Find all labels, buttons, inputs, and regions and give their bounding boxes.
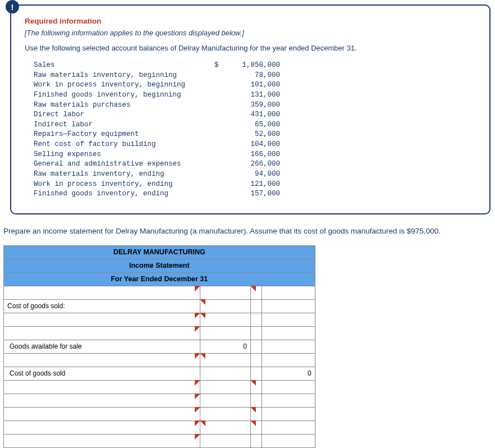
- cell-cur: [251, 326, 262, 340]
- account-label: Indirect labor: [34, 121, 213, 130]
- cell-cur: [251, 340, 262, 353]
- instruction-text: Use the following selected account balan…: [25, 44, 476, 52]
- cell-amt[interactable]: [262, 326, 315, 340]
- account-row: Repairs—Factory equipment52,000: [34, 130, 280, 139]
- account-row: Raw materials inventory, beginning78,000: [34, 71, 280, 80]
- account-value: 166,000: [224, 150, 280, 159]
- account-label: Raw materials inventory, ending: [34, 170, 213, 179]
- cell-cur: [251, 394, 262, 407]
- cell-cur: [251, 313, 262, 326]
- account-symbol: [214, 91, 223, 100]
- cell-cur: [251, 434, 262, 447]
- account-symbol: [214, 121, 223, 130]
- account-label: Work in process inventory, beginning: [34, 81, 213, 90]
- account-row: Indirect labor65,000: [34, 121, 280, 130]
- account-label: Raw materials inventory, beginning: [34, 71, 213, 80]
- cell-cur: [251, 380, 262, 394]
- account-symbol: [214, 160, 223, 169]
- account-row: Direct labor431,000: [34, 111, 280, 120]
- row-select[interactable]: [4, 380, 200, 394]
- required-heading: Required information: [25, 17, 476, 25]
- account-label: Selling expenses: [34, 150, 213, 159]
- account-value: 121,000: [224, 180, 280, 189]
- account-value: 431,000: [224, 111, 280, 120]
- account-balances-table: Sales$ 1,850,000Raw materials inventory,…: [33, 60, 281, 200]
- row-select[interactable]: [4, 434, 200, 447]
- account-symbol: [214, 111, 223, 120]
- cell-amt[interactable]: [262, 353, 315, 367]
- account-label: Work in process inventory, ending: [34, 180, 213, 189]
- income-statement-table: DELRAY MANUFACTURING Income Statement Fo…: [3, 245, 315, 448]
- account-row: General and administrative expenses266,0…: [34, 160, 280, 169]
- account-value: 78,000: [224, 71, 280, 80]
- account-value: 52,000: [224, 130, 280, 139]
- row-select[interactable]: [4, 313, 200, 326]
- account-symbol: [214, 140, 223, 149]
- cogs-line-value: 0: [262, 367, 315, 380]
- account-symbol: [214, 81, 223, 90]
- account-value: 131,000: [224, 91, 280, 100]
- account-row: Finished goods inventory, ending157,000: [34, 190, 280, 199]
- stmt-header-title: Income Statement: [4, 259, 315, 272]
- cell-blank[interactable]: [200, 380, 251, 394]
- row-select[interactable]: [4, 407, 200, 420]
- account-label: Sales: [34, 61, 213, 70]
- row-select[interactable]: [4, 420, 200, 434]
- cell-cur: [251, 299, 262, 313]
- info-icon: !: [6, 0, 19, 13]
- cell-amt[interactable]: [200, 434, 251, 447]
- cell-amt[interactable]: [200, 299, 251, 313]
- account-value: 104,000: [224, 140, 280, 149]
- account-value: 266,000: [224, 160, 280, 169]
- account-label: Direct labor: [34, 111, 213, 120]
- account-row: Finished goods inventory, beginning131,0…: [34, 91, 280, 100]
- account-row: Raw materials inventory, ending94,000: [34, 170, 280, 179]
- account-label: Raw materials purchases: [34, 101, 213, 110]
- cogs-line-label: Cost of goods sold: [4, 367, 200, 380]
- account-label: Repairs—Factory equipment: [34, 130, 213, 139]
- goods-available-label: Goods available for sale: [4, 340, 200, 353]
- cell-amt[interactable]: [200, 313, 251, 326]
- cell-blank[interactable]: [200, 367, 251, 380]
- cell-amt[interactable]: [262, 340, 315, 353]
- cell-blank[interactable]: [200, 407, 251, 420]
- account-label: Finished goods inventory, ending: [34, 190, 213, 199]
- cell-blank[interactable]: [200, 394, 251, 407]
- cell-blank[interactable]: [200, 286, 251, 299]
- account-value: 157,000: [224, 190, 280, 199]
- account-symbol: [214, 170, 223, 179]
- goods-available-value: 0: [200, 340, 251, 353]
- account-symbol: [214, 101, 223, 110]
- row-sales-select[interactable]: [4, 286, 200, 299]
- applies-note: [The following information applies to th…: [25, 29, 476, 37]
- account-symbol: [214, 190, 223, 199]
- cell-amt[interactable]: [262, 286, 315, 299]
- account-label: Finished goods inventory, beginning: [34, 91, 213, 100]
- account-row: Raw materials purchases359,000: [34, 101, 280, 110]
- cell-amt[interactable]: [262, 313, 315, 326]
- cell-amt[interactable]: [262, 380, 315, 394]
- account-row: Work in process inventory, ending121,000: [34, 180, 280, 189]
- account-row: Selling expenses166,000: [34, 150, 280, 159]
- cell-cur: [251, 367, 262, 380]
- cell-amt[interactable]: [200, 326, 251, 340]
- account-symbol: $: [214, 61, 223, 70]
- cell-amt[interactable]: [200, 420, 251, 434]
- account-value: 1,850,000: [224, 61, 280, 70]
- cell-amt[interactable]: [262, 434, 315, 447]
- row-select[interactable]: [4, 353, 200, 367]
- account-label: General and administrative expenses: [34, 160, 213, 169]
- cell-amt[interactable]: [200, 353, 251, 367]
- row-select[interactable]: [4, 394, 200, 407]
- cell-cur: [251, 407, 262, 420]
- cell-amt[interactable]: [262, 394, 315, 407]
- account-value: 65,000: [224, 121, 280, 130]
- cell-amt[interactable]: [262, 420, 315, 434]
- row-select[interactable]: [4, 326, 200, 340]
- cell-amt[interactable]: [262, 407, 315, 420]
- account-row: Work in process inventory, beginning101,…: [34, 81, 280, 90]
- account-value: 101,000: [224, 81, 280, 90]
- cell-cur: [251, 420, 262, 434]
- account-row: Sales$ 1,850,000: [34, 61, 280, 70]
- cell-amt[interactable]: [262, 299, 315, 313]
